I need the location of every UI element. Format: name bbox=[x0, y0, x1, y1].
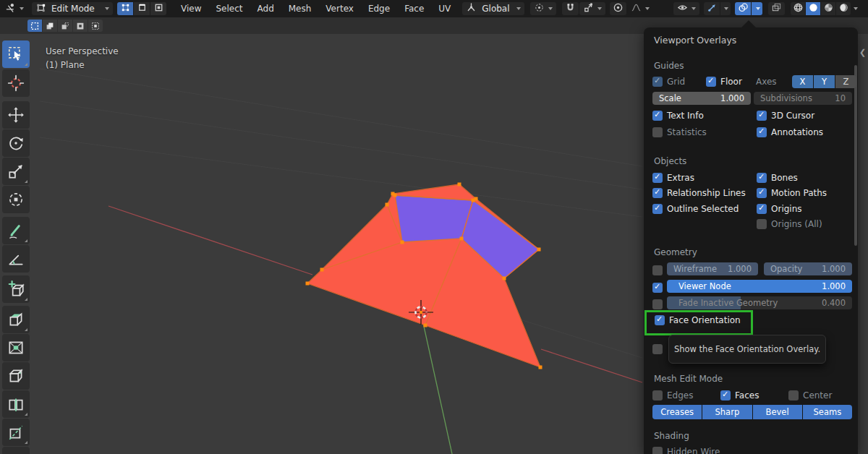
tool-transform[interactable] bbox=[2, 186, 30, 213]
opacity-slider[interactable]: Opacity 1.000 bbox=[764, 262, 852, 275]
gizmos-toggle-button[interactable] bbox=[704, 2, 720, 15]
menu-select[interactable]: Select bbox=[208, 0, 250, 17]
menu-face[interactable]: Face bbox=[397, 0, 431, 17]
mesh-vertex[interactable] bbox=[539, 366, 542, 369]
tool-move[interactable] bbox=[2, 101, 30, 129]
tool-annotate[interactable] bbox=[2, 217, 30, 244]
select-set-button[interactable] bbox=[27, 20, 42, 32]
tool-poly-build[interactable] bbox=[2, 447, 30, 454]
seams-button[interactable]: Seams bbox=[803, 405, 852, 419]
obscured-checkbox[interactable] bbox=[652, 344, 663, 354]
text-info-checkbox[interactable] bbox=[652, 111, 663, 121]
relationship-lines-checkbox[interactable] bbox=[652, 188, 663, 198]
grid-checkbox[interactable] bbox=[652, 77, 663, 87]
mesh-vertex[interactable] bbox=[320, 268, 324, 272]
menu-vertex[interactable]: Vertex bbox=[318, 0, 361, 17]
origins-all-checkbox[interactable] bbox=[757, 219, 767, 229]
face-select-button[interactable] bbox=[150, 2, 166, 15]
viewer-node-checkbox[interactable] bbox=[652, 283, 663, 293]
hidden-wire-checkbox[interactable] bbox=[652, 447, 663, 454]
mesh-vertex[interactable] bbox=[401, 241, 404, 244]
proportional-editing-button[interactable] bbox=[610, 2, 626, 15]
menu-uv[interactable]: UV bbox=[431, 0, 458, 17]
axis-y-button[interactable]: Y bbox=[814, 75, 835, 88]
tool-inset-faces[interactable] bbox=[2, 334, 30, 361]
fade-inactive-slider[interactable]: Fade Inactive Geometry 0.400 bbox=[667, 296, 852, 309]
axis-x-button[interactable]: X bbox=[792, 75, 813, 88]
tool-extrude-region[interactable] bbox=[2, 306, 30, 333]
origin-vertex[interactable] bbox=[420, 311, 422, 314]
bevel-button[interactable]: Bevel bbox=[753, 405, 802, 419]
mesh-vertex[interactable] bbox=[386, 203, 389, 207]
viewer-node-slider[interactable]: Viewer Node 1.000 bbox=[667, 280, 852, 293]
tool-cursor[interactable] bbox=[2, 69, 30, 97]
fade-inactive-checkbox[interactable] bbox=[652, 299, 663, 309]
wireframe-checkbox[interactable] bbox=[652, 265, 663, 275]
extras-checkbox[interactable] bbox=[652, 173, 663, 183]
snap-toggle-button[interactable] bbox=[562, 2, 579, 15]
overlays-dropdown[interactable] bbox=[752, 2, 762, 15]
tool-scale[interactable] bbox=[2, 158, 30, 185]
motion-paths-checkbox[interactable] bbox=[757, 188, 767, 198]
gizmos-dropdown[interactable] bbox=[720, 2, 731, 15]
creases-button[interactable]: Creases bbox=[652, 405, 702, 419]
faces-checkbox[interactable] bbox=[720, 390, 731, 401]
vertex-select-button[interactable] bbox=[117, 2, 133, 15]
tool-bevel[interactable] bbox=[2, 362, 30, 390]
menu-add[interactable]: Add bbox=[250, 0, 281, 17]
3d-cursor-checkbox[interactable] bbox=[757, 111, 767, 121]
statistics-checkbox[interactable] bbox=[652, 127, 663, 137]
shading-dropdown[interactable] bbox=[854, 7, 858, 10]
edges-checkbox[interactable] bbox=[652, 390, 663, 401]
tool-rotate[interactable] bbox=[2, 129, 30, 157]
transform-orientation-dropdown[interactable]: Global bbox=[462, 2, 524, 15]
panel-scrollbar[interactable] bbox=[854, 65, 857, 246]
menu-edge[interactable]: Edge bbox=[361, 0, 397, 17]
floor-checkbox[interactable] bbox=[706, 77, 716, 87]
sidebar-collapse-arrow[interactable]: ❮ bbox=[859, 48, 866, 57]
overlays-toggle-button[interactable] bbox=[735, 2, 751, 15]
mesh-vertex[interactable] bbox=[458, 183, 461, 187]
select-extend-button[interactable] bbox=[43, 20, 57, 32]
outline-selected-checkbox[interactable] bbox=[652, 204, 663, 214]
falloff-dropdown[interactable] bbox=[627, 2, 653, 15]
select-subtract-button[interactable] bbox=[58, 20, 72, 32]
subdivisions-slider[interactable]: Subdivisions 10 bbox=[754, 92, 852, 105]
tool-add-cube[interactable] bbox=[2, 275, 30, 303]
tool-measure[interactable] bbox=[2, 245, 30, 273]
grid-scale-slider[interactable]: Scale 1.000 bbox=[652, 92, 751, 105]
shading-rendered-button[interactable] bbox=[836, 2, 851, 15]
mesh-vertex[interactable] bbox=[393, 194, 397, 197]
center-checkbox[interactable] bbox=[788, 390, 799, 401]
edge-select-button[interactable] bbox=[134, 2, 150, 15]
shading-solid-button[interactable] bbox=[806, 2, 820, 15]
mesh-vertex[interactable] bbox=[537, 248, 541, 252]
mesh-vertex[interactable] bbox=[306, 282, 310, 286]
editor-type-dropdown[interactable] bbox=[1, 2, 27, 15]
mesh-vertex[interactable] bbox=[503, 277, 506, 280]
mode-selector[interactable]: Edit Mode bbox=[32, 2, 113, 15]
tool-loop-cut[interactable] bbox=[2, 390, 30, 418]
tool-select-box[interactable] bbox=[2, 40, 30, 68]
menu-mesh[interactable]: Mesh bbox=[281, 0, 319, 17]
shading-material-button[interactable] bbox=[821, 2, 835, 15]
mesh-vertex[interactable] bbox=[460, 237, 464, 241]
wireframe-slider[interactable]: Wireframe 1.000 bbox=[667, 262, 758, 275]
select-invert-button[interactable] bbox=[73, 20, 88, 32]
bones-checkbox[interactable] bbox=[757, 173, 767, 183]
sharp-button[interactable]: Sharp bbox=[702, 405, 752, 419]
axis-z-button[interactable]: Z bbox=[835, 75, 856, 88]
pivot-point-dropdown[interactable] bbox=[530, 2, 556, 15]
tool-knife[interactable] bbox=[2, 419, 30, 446]
mesh-front-face[interactable] bbox=[395, 195, 473, 242]
mesh-vertex[interactable] bbox=[424, 324, 427, 327]
snap-settings-dropdown[interactable] bbox=[579, 2, 605, 15]
mesh-vertex[interactable] bbox=[472, 199, 475, 202]
origins-checkbox[interactable] bbox=[757, 204, 767, 214]
visibility-dropdown[interactable] bbox=[673, 2, 699, 15]
select-intersect-button[interactable] bbox=[88, 20, 103, 32]
annotations-checkbox[interactable] bbox=[757, 127, 767, 137]
xray-toggle-button[interactable] bbox=[768, 2, 785, 15]
menu-view[interactable]: View bbox=[174, 0, 208, 17]
shading-wireframe-button[interactable] bbox=[791, 2, 805, 15]
